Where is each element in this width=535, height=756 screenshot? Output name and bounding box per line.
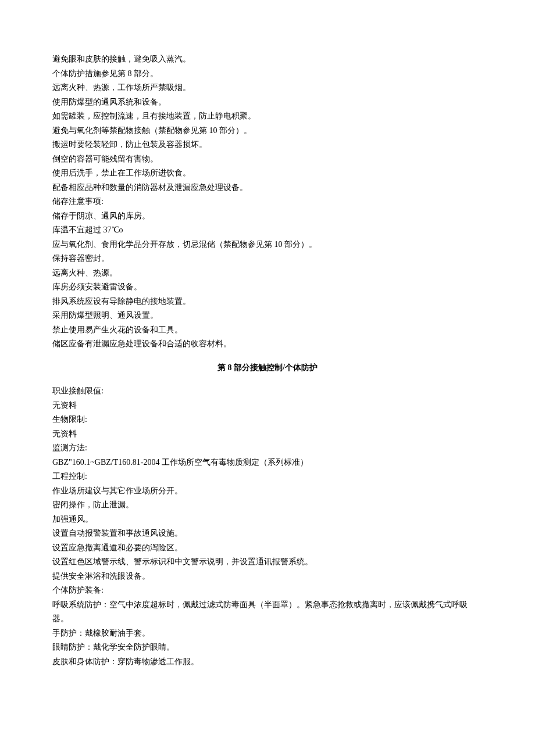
title-prefix: 第 [217,363,228,372]
engineering-line: 设置自动报警装置和事故通风设施。 [52,526,483,541]
section7-storage: 储存注意事项: 储存于阴凉、通风的库房。 库温不宜超过 37℃o 应与氧化剂、食… [52,195,483,352]
engineering-line: 作业场所建议与其它作业场所分开。 [52,484,483,499]
section8-body: 职业接触限值: 无资料 生物限制: 无资料 监测方法: GBZ"160.1~GB… [52,384,483,669]
monitoring-heading: 监测方法: [52,441,483,456]
storage-line: 库房必须安装避雷设备。 [52,280,483,295]
ppe-eyes: 眼睛防护：戴化学安全防护眼睛。 [52,640,483,655]
handling-line: 使用防爆型的通风系统和设备。 [52,95,483,110]
storage-line: 排风系统应设有导除静电的接地装置。 [52,295,483,309]
exposure-limit-value: 无资料 [52,399,483,413]
section7-handling: 避免眼和皮肤的接触，避免吸入蒸汽。 个体防护措施参见第 8 部分。 远离火种、热… [52,52,483,195]
exposure-limit-heading: 职业接触限值: [52,384,483,399]
engineering-heading: 工程控制: [52,470,483,484]
engineering-line: 提供安全淋浴和洗眼设备。 [52,569,483,584]
engineering-line: 设置应急撤离通道和必要的泻险区。 [52,541,483,556]
ppe-heading: 个体防护装备: [52,583,483,598]
handling-line: 使用后洗手，禁止在工作场所进饮食。 [52,166,483,181]
storage-line: 采用防爆型照明、通风设置。 [52,309,483,323]
handling-line: 如需罐装，应控制流速，且有接地装置，防止静电积聚。 [52,109,483,124]
bio-limit-heading: 生物限制: [52,413,483,427]
document-body: 避免眼和皮肤的接触，避免吸入蒸汽。 个体防护措施参见第 8 部分。 远离火种、热… [52,52,483,669]
engineering-line: 设置红色区域警示线、警示标识和中文警示说明，并设置通讯报警系统。 [52,555,483,569]
storage-line: 储存于阴凉、通风的库房。 [52,209,483,224]
ppe-respiratory: 呼吸系统防护：空气中浓度超标时，佩戴过滤式防毒面具（半面罩）。紧急事态抢救或撤离… [52,598,483,626]
storage-line: 储区应备有泄漏应急处理设备和合适的收容材料。 [52,337,483,352]
handling-line: 远离火种、热源，工作场所严禁吸烟。 [52,81,483,95]
storage-line: 库温不宜超过 37℃o [52,223,483,238]
monitoring-value: GBZ"160.1~GBZ/T160.81-2004 工作场所空气有毒物质测定（… [52,456,483,470]
ppe-skin: 皮肤和身体防护：穿防毒物渗透工作服。 [52,655,483,669]
handling-line: 倒空的容器可能残留有害物。 [52,152,483,167]
handling-line: 搬运时要轻装轻卸，防止包装及容器损坏。 [52,138,483,152]
engineering-line: 密闭操作，防止泄漏。 [52,498,483,513]
storage-line: 应与氧化剂、食用化学品分开存放，切忌混储（禁配物参见第 10 部分）。 [52,238,483,252]
storage-line: 远离火种、热源。 [52,266,483,281]
storage-line: 禁止使用易产生火花的设备和工具。 [52,323,483,338]
storage-line: 保持容器密封。 [52,252,483,266]
ppe-hands: 手防护：戴橡胶耐油手套。 [52,626,483,641]
handling-line: 避免眼和皮肤的接触，避免吸入蒸汽。 [52,52,483,67]
bio-limit-value: 无资料 [52,427,483,442]
handling-line: 个体防护措施参见第 8 部分。 [52,67,483,81]
storage-heading: 储存注意事项: [52,195,483,209]
engineering-line: 加强通风。 [52,513,483,527]
title-number: 8 [228,363,232,372]
handling-line: 避免与氧化剂等禁配物接触（禁配物参见第 10 部分）。 [52,124,483,138]
title-suffix: 部分接触控制/个体防护 [232,363,318,372]
section8-title: 第 8 部分接触控制/个体防护 [52,361,483,375]
handling-line: 配备相应品种和数量的消防器材及泄漏应急处理设备。 [52,181,483,195]
